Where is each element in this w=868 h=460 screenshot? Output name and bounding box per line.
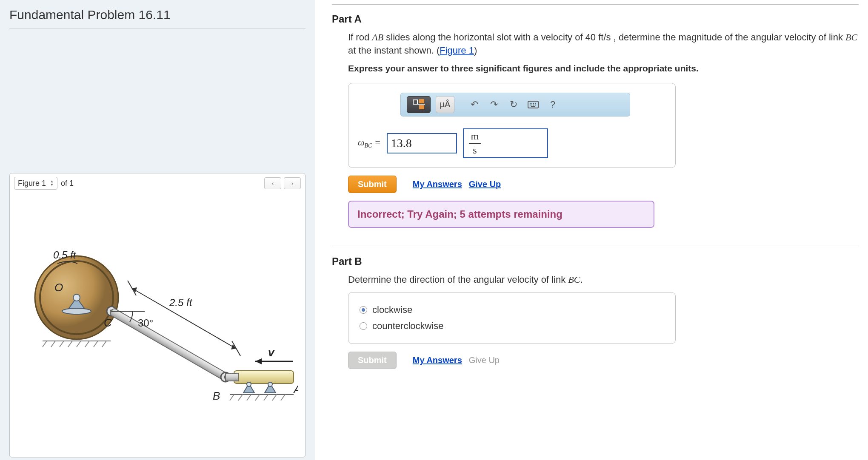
figure-selector[interactable]: Figure 1 ▲▼ — [14, 177, 57, 190]
figure-of-label: of 1 — [61, 179, 74, 188]
part-a-question: If rod AB slides along the horizontal sl… — [348, 31, 859, 57]
svg-line-6 — [77, 341, 81, 347]
equation-toolbar: µÅ ↶ ↷ ↻ ? — [400, 93, 630, 116]
radio-dot-icon — [362, 308, 365, 312]
figure-prev-button[interactable]: ‹ — [264, 177, 281, 189]
svg-line-42 — [281, 395, 285, 400]
svg-line-3 — [51, 341, 55, 347]
fraction-template-icon — [412, 99, 425, 110]
right-separator-top — [332, 4, 859, 5]
part-a-actions: Submit My Answers Give Up — [348, 176, 859, 193]
answer-row: ωBC = m s — [358, 128, 666, 158]
submit-button[interactable]: Submit — [348, 176, 397, 193]
answer-value-input[interactable] — [387, 133, 457, 153]
svg-text:B: B — [213, 389, 220, 402]
part-a-answer-box: µÅ ↶ ↷ ↻ ? — [348, 83, 676, 168]
problem-title: Fundamental Problem 16.11 — [9, 8, 306, 22]
figure-link[interactable]: Figure 1 — [440, 45, 474, 56]
redo-button[interactable]: ↷ — [487, 99, 501, 110]
part-separator — [332, 245, 859, 245]
part-b-question: Determine the direction of the angular v… — [348, 273, 859, 287]
option-label: counterclockwise — [372, 321, 444, 332]
svg-marker-44 — [255, 358, 262, 364]
svg-point-58 — [531, 104, 532, 105]
svg-text:v: v — [268, 346, 275, 359]
svg-line-40 — [264, 395, 268, 400]
my-answers-link[interactable]: My Answers — [413, 355, 462, 365]
svg-text:C: C — [104, 316, 112, 329]
keyboard-button[interactable] — [526, 101, 540, 108]
unit-numerator: m — [469, 131, 481, 142]
mu-angstrom-icon: µÅ — [440, 99, 451, 109]
option-label: clockwise — [372, 304, 412, 315]
svg-rect-61 — [531, 106, 535, 107]
chevron-left-icon: ‹ — [272, 180, 274, 187]
svg-line-9 — [102, 341, 106, 347]
figure-panel: Figure 1 ▲▼ of 1 ‹ › — [9, 173, 306, 457]
keyboard-icon — [528, 101, 539, 108]
part-b-actions: Submit My Answers Give Up — [348, 352, 859, 369]
svg-point-54 — [531, 102, 532, 103]
undo-icon: ↶ — [471, 99, 478, 110]
svg-line-38 — [247, 395, 251, 400]
mechanism-diagram: 0.5 ft O C 30° — [17, 221, 298, 434]
help-icon: ? — [550, 99, 555, 110]
svg-rect-30 — [226, 373, 238, 381]
svg-rect-48 — [413, 100, 417, 104]
svg-point-57 — [530, 104, 531, 105]
radio-clockwise[interactable] — [360, 306, 367, 314]
svg-point-32 — [247, 382, 251, 386]
svg-line-36 — [230, 395, 234, 400]
template-icon-button[interactable] — [407, 96, 431, 113]
stepper-icon: ▲▼ — [50, 180, 54, 187]
svg-line-5 — [68, 341, 72, 347]
svg-point-55 — [533, 102, 534, 103]
redo-icon: ↷ — [490, 99, 498, 110]
radio-counterclockwise[interactable] — [360, 322, 367, 330]
give-up-link[interactable]: Give Up — [469, 179, 501, 189]
svg-rect-29 — [234, 371, 294, 383]
svg-text:2.5 ft: 2.5 ft — [169, 297, 193, 308]
svg-text:0.5 ft: 0.5 ft — [53, 249, 77, 261]
figure-body: 0.5 ft O C 30° — [10, 193, 305, 457]
left-separator — [9, 28, 306, 28]
answer-variable-label: ωBC = — [358, 137, 381, 149]
svg-point-11 — [62, 308, 91, 314]
figure-next-button[interactable]: › — [284, 177, 301, 189]
svg-point-12 — [73, 294, 80, 301]
figure-header: Figure 1 ▲▼ of 1 ‹ › — [10, 173, 305, 193]
option-clockwise[interactable]: clockwise — [360, 302, 664, 318]
my-answers-link[interactable]: My Answers — [413, 179, 462, 189]
svg-rect-50 — [419, 105, 424, 109]
undo-button[interactable]: ↶ — [467, 99, 482, 110]
svg-point-53 — [530, 102, 531, 103]
link-bc-label-b: BC — [568, 274, 580, 285]
svg-line-2 — [43, 341, 47, 347]
option-counterclockwise[interactable]: counterclockwise — [360, 318, 664, 334]
svg-line-8 — [94, 341, 98, 347]
svg-line-41 — [272, 395, 277, 400]
part-b-title: Part B — [332, 256, 859, 267]
part-a-title: Part A — [332, 13, 859, 25]
reset-button[interactable]: ↻ — [506, 99, 521, 110]
chevron-right-icon: › — [291, 180, 294, 187]
svg-point-60 — [535, 104, 536, 105]
unit-denominator: s — [469, 145, 481, 156]
velocity-unit: ft/s — [598, 32, 611, 43]
part-a-instruction: Express your answer to three significant… — [348, 63, 859, 74]
svg-rect-49 — [419, 99, 424, 103]
svg-rect-18 — [110, 308, 228, 380]
svg-point-56 — [535, 102, 536, 103]
special-chars-button[interactable]: µÅ — [436, 96, 454, 113]
submit-button-disabled: Submit — [348, 352, 397, 369]
feedback-message: Incorrect; Try Again; 5 attempts remaini… — [348, 201, 654, 228]
help-button[interactable]: ? — [545, 99, 560, 110]
unit-fraction: m s — [469, 131, 481, 156]
svg-text:30°: 30° — [138, 317, 153, 329]
give-up-link-disabled: Give Up — [469, 355, 500, 365]
svg-text:A: A — [293, 383, 298, 396]
svg-line-7 — [85, 341, 89, 347]
svg-line-4 — [60, 341, 64, 347]
svg-line-37 — [238, 395, 243, 400]
answer-unit-input[interactable]: m s — [463, 128, 548, 158]
